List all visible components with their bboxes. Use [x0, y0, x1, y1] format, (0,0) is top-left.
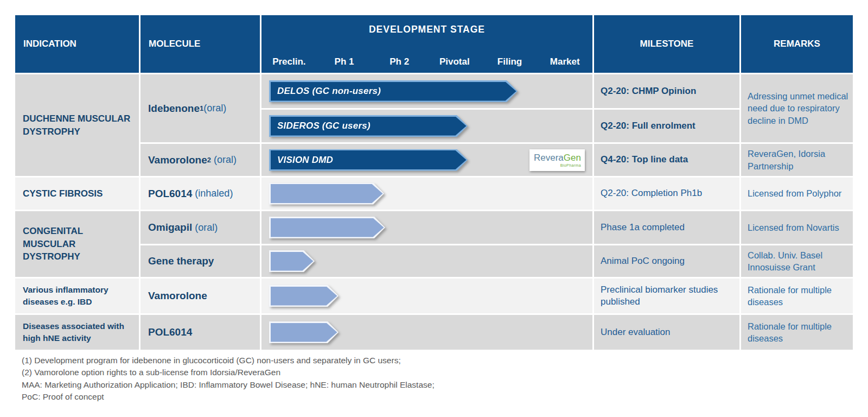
molecule-name: POL6014 — [148, 326, 192, 338]
stage-label-ph2: Ph 2 — [372, 56, 427, 67]
gantt-bar-sideros: SIDEROS (GC users) — [269, 115, 468, 137]
gantt-bar-vamorolone-ibd — [269, 285, 339, 307]
molecule-route: (oral) — [192, 222, 218, 233]
development-stage-title: DEVELOPMENT STAGE — [261, 24, 592, 35]
indication-hne-activity: Diseases associated with high hNE activi… — [15, 315, 139, 350]
header-indication: INDICATION — [15, 15, 139, 73]
molecule-idebenone: Idebenone1(oral) — [141, 74, 260, 142]
indication-inflammatory-ibd: Various inflammatory diseases e.g. IBD — [15, 279, 139, 313]
reveragen-logo: ReveraGen BioPharma — [529, 149, 585, 171]
footnote-line: PoC: Proof of concept — [22, 391, 435, 403]
stage-cell-vamorolone-ibd — [261, 279, 592, 313]
remark-pol6014: Licensed from Polyphor — [741, 178, 853, 210]
header-development-stage: DEVELOPMENT STAGE Preclin. Ph 1 Ph 2 Piv… — [261, 15, 592, 73]
remark-dmd-idebenone: Adressing unmet medical need due to resp… — [741, 74, 853, 142]
remark-vamorolone: ReveraGen, Idorsia Partnership — [741, 144, 853, 176]
molecule-name: Vamorolone — [148, 154, 207, 166]
molecule-gene-therapy: Gene therapy — [141, 245, 260, 277]
stage-axis: Preclin. Ph 1 Ph 2 Pivotal Filing Market — [261, 56, 592, 67]
milestone-gene-therapy: Animal PoC ongoing — [594, 245, 739, 277]
indication-cystic-fibrosis: CYSTIC FIBROSIS — [15, 178, 139, 210]
header-remarks: REMARKS — [741, 15, 853, 73]
header-molecule: MOLECULE — [141, 15, 260, 73]
logo-revera: Revera — [534, 153, 564, 163]
molecule-omigapil: Omigapil (oral) — [141, 211, 260, 244]
milestone-vamorolone-ibd: Preclinical biomarker studies published — [594, 279, 739, 313]
footnote-line: (2) Vamorolone option rights to a sub-li… — [22, 367, 435, 378]
stage-label-filing: Filing — [482, 56, 538, 67]
stage-cell-sideros: SIDEROS (GC users) — [261, 110, 592, 142]
molecule-route: (oral) — [211, 154, 237, 166]
molecule-name: Gene therapy — [148, 255, 214, 267]
molecule-pol6014-inhaled: POL6014 (inhaled) — [141, 178, 260, 210]
milestone-omigapil: Phase 1a completed — [594, 211, 739, 244]
bar-fill — [271, 218, 384, 237]
bar-fill — [271, 287, 337, 306]
stage-label-market: Market — [537, 56, 592, 67]
gantt-bar-omigapil — [269, 217, 385, 238]
molecule-name: Omigapil — [148, 222, 192, 233]
bar-fill — [271, 323, 337, 342]
milestone-delos: Q2-20: CHMP Opinion — [594, 74, 739, 108]
molecule-pol6014-2: POL6014 — [141, 315, 260, 350]
bar-label: VISION DMD — [277, 155, 333, 166]
stage-label-ph1: Ph 1 — [317, 56, 372, 67]
gantt-bar-vision: VISION DMD — [269, 149, 468, 171]
footnote-line: MAA: Marketing Authorization Application… — [22, 379, 435, 391]
logo-biopharma: BioPharma — [534, 163, 581, 167]
molecule-route: (oral) — [203, 103, 226, 114]
remark-omigapil: Licensed from Novartis — [741, 211, 853, 244]
molecule-vamorolone: Vamorolone2 (oral) — [141, 144, 260, 176]
molecule-vamorolone-2: Vamorolone — [141, 279, 260, 313]
milestone-sideros: Q2-20: Full enrolment — [594, 110, 739, 142]
milestone-pol6014: Q2-20: Completion Ph1b — [594, 178, 739, 210]
stage-cell-delos: DELOS (GC non-users) — [261, 74, 592, 108]
gantt-bar-gene-therapy — [269, 250, 315, 272]
pipeline-slide: INDICATION MOLECULE DEVELOPMENT STAGE Pr… — [0, 0, 868, 417]
molecule-name: Idebenone — [148, 103, 200, 115]
header-milestone: MILESTONE — [594, 15, 739, 73]
stage-cell-omigapil — [261, 211, 592, 244]
stage-cell-pol6014-hne — [261, 315, 592, 350]
gantt-bar-pol6014-hne — [269, 321, 339, 343]
stage-cell-vision: VISION DMD ReveraGen BioPharma — [261, 144, 592, 176]
stage-cell-gene-therapy — [261, 245, 592, 277]
pipeline-table: INDICATION MOLECULE DEVELOPMENT STAGE Pr… — [15, 15, 853, 350]
bar-fill — [271, 184, 383, 203]
gantt-bar-delos: DELOS (GC non-users) — [269, 80, 518, 102]
remark-vamorolone-ibd: Rationale for multiple diseases — [741, 279, 853, 313]
footnotes: (1) Development program for idebenone in… — [22, 355, 435, 403]
remark-gene-therapy: Collab. Univ. Basel Innosuisse Grant — [741, 245, 853, 277]
remark-pol6014-hne: Rationale for multiple diseases — [741, 315, 853, 350]
indication-dmd: DUCHENNE MUSCULAR DYSTROPHY — [15, 74, 139, 176]
molecule-route: (inhaled) — [192, 188, 233, 199]
gantt-bar-pol6014 — [269, 183, 384, 205]
bar-label: DELOS (GC non-users) — [277, 86, 381, 97]
bar-label: SIDEROS (GC users) — [277, 121, 371, 131]
molecule-name: POL6014 — [148, 188, 192, 200]
milestone-pol6014-hne: Under evaluation — [594, 315, 739, 350]
milestone-vision: Q4-20: Top line data — [594, 144, 739, 176]
reveragen-logo-text: ReveraGen — [534, 153, 581, 162]
footnote-line: (1) Development program for idebenone in… — [22, 355, 435, 367]
stage-label-pivotal: Pivotal — [427, 56, 482, 67]
molecule-name: Vamorolone — [148, 290, 207, 302]
indication-congenital-md: CONGENITAL MUSCULAR DYSTROPHY — [15, 211, 139, 277]
logo-gen: Gen — [564, 153, 581, 163]
stage-label-preclin: Preclin. — [261, 56, 317, 67]
stage-cell-pol6014 — [261, 178, 592, 210]
